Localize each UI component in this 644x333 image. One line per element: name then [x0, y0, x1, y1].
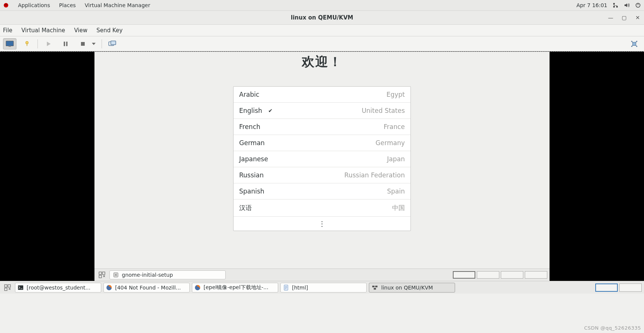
panel-places-menu[interactable]: Places [59, 2, 76, 8]
menu-send-key[interactable]: Send Key [96, 27, 123, 34]
host-top-panel: Applications Places Virtual Machine Mana… [0, 0, 644, 11]
language-region: Spain [387, 188, 405, 195]
menu-virtual-machine[interactable]: Virtual Machine [21, 27, 65, 34]
language-name: 汉语 [239, 204, 252, 212]
svg-rect-22 [8, 285, 10, 287]
window-maximize-button[interactable]: ▢ [621, 14, 628, 21]
svg-rect-2 [613, 3, 615, 4]
run-button[interactable] [42, 38, 55, 50]
firefox-icon [195, 285, 201, 291]
language-region: Japan [387, 155, 405, 163]
vmm-toolbar [0, 36, 644, 51]
panel-app-menu[interactable]: Virtual Machine Manager [85, 2, 150, 8]
host-workspace-2[interactable] [619, 284, 642, 292]
guest-workspace-1[interactable] [453, 271, 475, 279]
guest-taskbar-app[interactable]: gnome-initial-setup [109, 270, 226, 279]
host-workspace-1[interactable] [595, 284, 618, 292]
language-row[interactable]: 汉语中国 [234, 200, 410, 217]
welcome-heading: 欢迎！ [94, 53, 550, 70]
host-task[interactable]: [root@westos_student... [15, 283, 101, 292]
svg-rect-8 [9, 46, 11, 46]
vmm-menubar: File Virtual Machine View Send Key [0, 25, 644, 36]
panel-applications-menu[interactable]: Applications [18, 2, 50, 8]
check-icon: ✔ [268, 108, 273, 114]
svg-rect-33 [374, 288, 376, 289]
language-row[interactable]: FrenchFrance [234, 119, 410, 135]
guest-viewport: 欢迎！ ArabicEgyptEnglish✔United StatesFren… [0, 51, 644, 281]
window-title: linux on QEMU/KVM [291, 14, 353, 21]
language-region: Egypt [386, 91, 405, 98]
host-task[interactable]: [epel镜像-epel下载地址-... [192, 283, 278, 292]
separator [37, 39, 38, 48]
power-icon[interactable] [635, 2, 641, 8]
pause-button[interactable] [59, 38, 72, 50]
window-close-button[interactable]: ✕ [634, 14, 641, 21]
terminal-icon [18, 285, 24, 291]
window-list-icon[interactable] [97, 270, 107, 279]
svg-rect-32 [375, 285, 377, 287]
host-task[interactable]: linux on QEMU/KVM [369, 283, 455, 292]
host-workspace-switcher [595, 284, 642, 292]
language-name: Russian [239, 171, 264, 179]
host-taskbar: [root@westos_student...[404 Not Found - … [0, 281, 644, 294]
window-minimize-button[interactable]: — [607, 14, 614, 21]
language-region: Russian Federation [344, 171, 405, 179]
vmm-icon [371, 285, 378, 290]
language-row[interactable]: English✔United States [234, 103, 410, 119]
svg-point-1 [4, 4, 7, 5]
guest-screen[interactable]: 欢迎！ ArabicEgyptEnglish✔United StatesFren… [94, 52, 550, 281]
panel-clock[interactable]: Apr 7 16:01 [577, 2, 607, 8]
fullscreen-button[interactable] [628, 38, 641, 50]
svg-rect-12 [66, 42, 68, 46]
menu-view[interactable]: View [74, 27, 88, 34]
language-row[interactable]: RussianRussian Federation [234, 167, 410, 183]
svg-rect-31 [372, 285, 374, 287]
language-row[interactable]: ArabicEgypt [234, 87, 410, 103]
guest-workspace-3[interactable] [501, 271, 523, 279]
language-row[interactable]: JapaneseJapan [234, 151, 410, 167]
host-window-list-icon[interactable] [2, 283, 13, 292]
host-task-label: [404 Not Found - Mozill... [115, 285, 181, 291]
language-more-button[interactable]: ⋮ [234, 217, 410, 231]
language-row[interactable]: SpanishSpain [234, 183, 410, 200]
network-icon[interactable] [613, 2, 619, 8]
language-name: English [239, 107, 262, 114]
language-name: Arabic [239, 91, 259, 98]
host-task[interactable]: [404 Not Found - Mozill... [103, 283, 190, 292]
separator [102, 39, 102, 48]
host-task-label: linux on QEMU/KVM [381, 285, 433, 291]
language-region: Germany [376, 139, 405, 147]
svg-rect-21 [4, 285, 7, 287]
distro-logo-icon [3, 2, 9, 8]
host-task-label: [html] [292, 285, 308, 291]
svg-rect-18 [102, 272, 105, 274]
svg-rect-7 [6, 41, 13, 46]
guest-workspace-4[interactable] [525, 271, 547, 279]
shutdown-button[interactable] [76, 38, 90, 50]
settings-icon [113, 272, 119, 278]
svg-point-9 [26, 41, 28, 44]
guest-taskbar-app-label: gnome-initial-setup [122, 272, 173, 278]
console-view-button[interactable] [3, 38, 16, 50]
svg-rect-13 [81, 42, 85, 46]
svg-rect-17 [99, 272, 102, 274]
watermark: CSDN @qq_52626335 [584, 325, 641, 331]
language-region: France [383, 123, 405, 130]
host-task[interactable]: [html] [280, 283, 367, 292]
svg-rect-19 [99, 275, 102, 278]
svg-rect-23 [4, 288, 7, 291]
details-view-button[interactable] [20, 38, 34, 50]
firefox-icon [106, 285, 112, 291]
svg-rect-10 [27, 44, 27, 46]
guest-workspace-2[interactable] [477, 271, 499, 279]
language-region: United States [362, 107, 405, 114]
volume-icon[interactable] [624, 2, 630, 8]
host-task-label: [root@westos_student... [27, 285, 90, 291]
language-list: ArabicEgyptEnglish✔United StatesFrenchFr… [233, 86, 411, 231]
language-row[interactable]: GermanGermany [234, 135, 410, 151]
snapshots-button[interactable] [106, 38, 119, 50]
menu-file[interactable]: File [3, 27, 12, 34]
language-name: German [239, 139, 265, 147]
shutdown-dropdown-button[interactable] [90, 38, 98, 50]
language-name: French [239, 123, 261, 130]
